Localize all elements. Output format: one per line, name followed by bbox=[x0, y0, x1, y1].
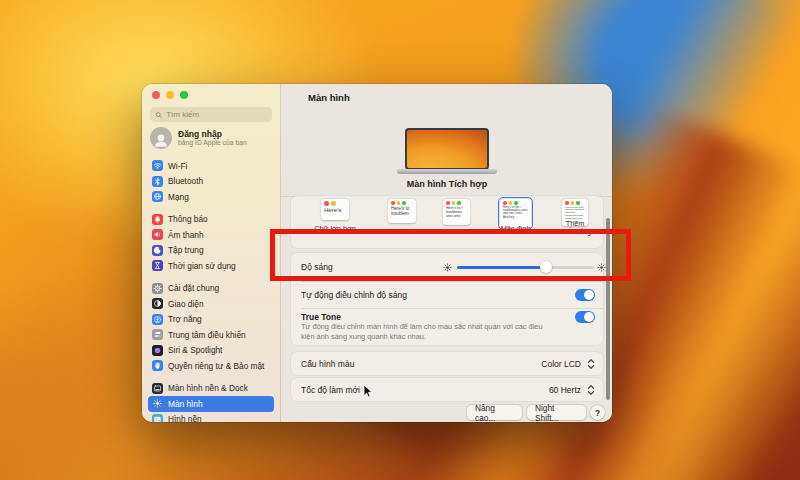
profile-subtitle: bằng ID Apple của bạn bbox=[178, 139, 247, 147]
sidebar-item-sound[interactable]: Âm thanh bbox=[148, 227, 274, 243]
speaker-icon bbox=[152, 229, 163, 240]
builtin-display-illustration bbox=[405, 128, 489, 174]
minimize-button[interactable] bbox=[166, 91, 174, 99]
sidebar-item-wallpaper[interactable]: Hình nền bbox=[148, 412, 274, 423]
mouse-cursor bbox=[363, 384, 374, 399]
color-profile-value: Color LCD bbox=[541, 359, 581, 369]
window-controls bbox=[152, 91, 188, 99]
accessibility-icon bbox=[152, 314, 163, 325]
settings-sidebar: Đăng nhập bằng ID Apple của bạn Wi-Fi Bl… bbox=[142, 84, 281, 422]
search-input[interactable] bbox=[162, 110, 267, 119]
color-profile-label: Cấu hình màu bbox=[301, 359, 354, 369]
sidebar-item-desktop-dock[interactable]: Màn hình nền & Dock bbox=[148, 381, 274, 397]
hourglass-icon bbox=[152, 260, 163, 271]
true-tone-toggle[interactable] bbox=[575, 311, 595, 323]
sidebar-item-general[interactable]: Cài đặt chung bbox=[148, 281, 274, 297]
sidebar-item-siri[interactable]: Siri & Spotlight bbox=[148, 343, 274, 359]
sidebar-item-screen-time[interactable]: Thời gian sử dụng bbox=[148, 258, 274, 274]
auto-brightness-toggle[interactable] bbox=[575, 289, 595, 301]
popup-chevrons-icon[interactable] bbox=[587, 358, 595, 370]
footer-buttons: Nâng cao... Night Shift... ? bbox=[281, 405, 612, 421]
gear-icon bbox=[152, 283, 163, 294]
sidebar-item-displays[interactable]: Màn hình bbox=[148, 396, 274, 412]
sidebar-item-notifications[interactable]: Thông báo bbox=[148, 212, 274, 228]
profile-name: Đăng nhập bbox=[178, 129, 247, 139]
scale-option[interactable]: Here's to t troublema ates who bbox=[443, 199, 470, 225]
bluetooth-icon bbox=[152, 176, 163, 187]
scale-option[interactable]: Here's bbox=[321, 199, 349, 220]
appearance-icon bbox=[152, 298, 163, 309]
popup-chevrons-icon[interactable] bbox=[587, 384, 595, 396]
globe-icon bbox=[152, 191, 163, 202]
search-field[interactable] bbox=[150, 107, 272, 122]
moon-icon bbox=[152, 245, 163, 256]
page-title: Màn hình bbox=[308, 92, 350, 103]
display-caption: Màn hình Tích hợp bbox=[281, 179, 612, 189]
sidebar-item-accessibility[interactable]: Trợ năng bbox=[148, 312, 274, 328]
help-button[interactable]: ? bbox=[590, 405, 605, 420]
auto-brightness-label: Tự động điều chỉnh độ sáng bbox=[301, 290, 407, 300]
true-tone-description: Tự động điều chỉnh màn hình để làm cho m… bbox=[301, 322, 557, 342]
sidebar-item-bluetooth[interactable]: Bluetooth bbox=[148, 174, 274, 190]
night-shift-button[interactable]: Night Shift... bbox=[527, 405, 586, 420]
refresh-rate-label: Tốc độ làm mới bbox=[301, 385, 360, 395]
scale-option[interactable]: Here's to troublem bbox=[388, 199, 416, 223]
dock-icon bbox=[152, 383, 163, 394]
apple-id-profile[interactable]: Đăng nhập bằng ID Apple của bạn bbox=[150, 127, 274, 149]
sidebar-item-network[interactable]: Mạng bbox=[148, 189, 274, 205]
sidebar-item-privacy[interactable]: Quyền riêng tư & Bảo mật bbox=[148, 358, 274, 374]
hand-icon bbox=[152, 360, 163, 371]
zoom-button[interactable] bbox=[180, 91, 188, 99]
siri-icon bbox=[152, 345, 163, 356]
sidebar-item-appearance[interactable]: Giao diện bbox=[148, 296, 274, 312]
bell-icon bbox=[152, 214, 163, 225]
advanced-button[interactable]: Nâng cao... bbox=[467, 405, 522, 420]
wallpaper-icon bbox=[152, 414, 163, 422]
sidebar-list: Wi-Fi Bluetooth Mạng Thông báo Âm thanh … bbox=[142, 158, 280, 422]
avatar bbox=[150, 127, 172, 149]
close-button[interactable] bbox=[152, 91, 160, 99]
wifi-icon bbox=[152, 160, 163, 171]
color-profile-row: Cấu hình màu Color LCD bbox=[291, 352, 603, 375]
annotation-highlight-rectangle bbox=[270, 229, 631, 281]
true-tone-label: True Tone bbox=[301, 312, 341, 322]
sidebar-item-control-center[interactable]: Trung tâm điều khiển bbox=[148, 327, 274, 343]
refresh-rate-row: Tốc độ làm mới 60 Hertz bbox=[291, 378, 603, 401]
refresh-rate-value: 60 Hertz bbox=[549, 385, 581, 395]
sidebar-item-focus[interactable]: Tập trung bbox=[148, 243, 274, 259]
sun-icon bbox=[152, 398, 163, 409]
search-icon bbox=[155, 111, 162, 119]
control-center-icon bbox=[152, 329, 163, 340]
sidebar-item-wifi[interactable]: Wi-Fi bbox=[148, 158, 274, 174]
